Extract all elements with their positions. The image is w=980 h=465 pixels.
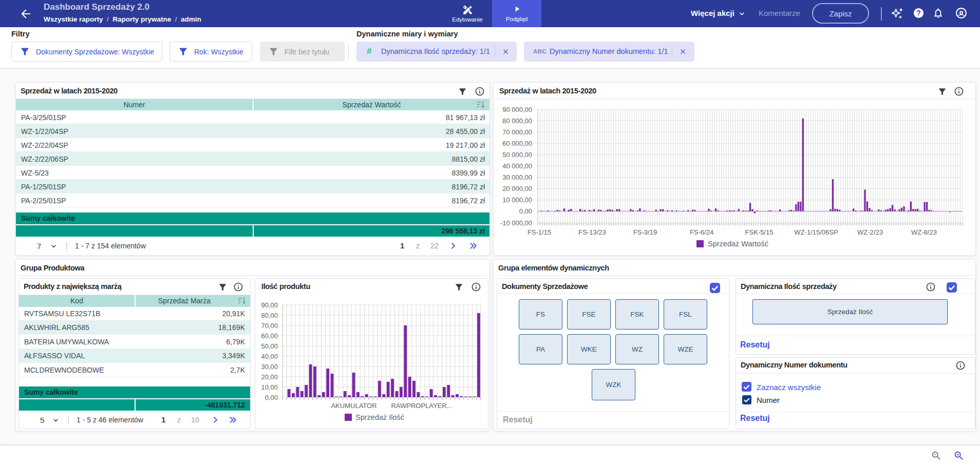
svg-text:70,00: 70,00 (261, 322, 278, 330)
svg-text:30,00: 30,00 (261, 363, 278, 371)
svg-text:FS-1/15: FS-1/15 (527, 228, 551, 236)
svg-text:10,00: 10,00 (261, 383, 278, 391)
svg-text:40,00: 40,00 (261, 353, 278, 360)
svg-text:FSK-5/15: FSK-5/15 (745, 228, 774, 236)
svg-text:50 000,00: 50 000,00 (502, 151, 532, 159)
svg-text:RAWPROPLAYER...: RAWPROPLAYER... (391, 402, 452, 410)
svg-text:?: ? (916, 9, 920, 17)
svg-text:20 000,00: 20 000,00 (502, 185, 532, 192)
svg-text:0,00: 0,00 (265, 394, 278, 401)
svg-text:0,00: 0,00 (519, 207, 532, 215)
svg-text:FS-6/24: FS-6/24 (690, 228, 713, 236)
svg-text:10 000,00: 10 000,00 (502, 196, 532, 204)
svg-text:80,00: 80,00 (261, 312, 278, 319)
svg-text:80 000,00: 80 000,00 (502, 117, 532, 125)
svg-text:60,00: 60,00 (261, 332, 278, 340)
svg-text:60 000,00: 60 000,00 (502, 140, 532, 147)
svg-text:40 000,00: 40 000,00 (502, 162, 532, 170)
svg-text:Sprzedaż Wartość: Sprzedaż Wartość (708, 240, 768, 248)
svg-text:20,00: 20,00 (261, 373, 278, 381)
svg-text:50,00: 50,00 (261, 342, 278, 350)
svg-text:WZ-1/15/06SP: WZ-1/15/06SP (794, 228, 838, 236)
svg-text:90 000,00: 90 000,00 (502, 106, 532, 113)
svg-text:FS-3/19: FS-3/19 (633, 228, 657, 236)
svg-text:-10 000,00: -10 000,00 (500, 219, 532, 227)
svg-text:WZ-8/23: WZ-8/23 (911, 228, 937, 236)
svg-text:Sprzedaż Ilość: Sprzedaż Ilość (355, 413, 404, 421)
svg-text:30 000,00: 30 000,00 (502, 173, 532, 181)
svg-text:70 000,00: 70 000,00 (502, 128, 532, 136)
svg-text:WZ-2/23: WZ-2/23 (857, 228, 883, 236)
svg-text:AKUMULATOR: AKUMULATOR (331, 402, 376, 410)
svg-text:90,00: 90,00 (261, 301, 278, 309)
svg-text:FS-13/23: FS-13/23 (578, 228, 606, 236)
